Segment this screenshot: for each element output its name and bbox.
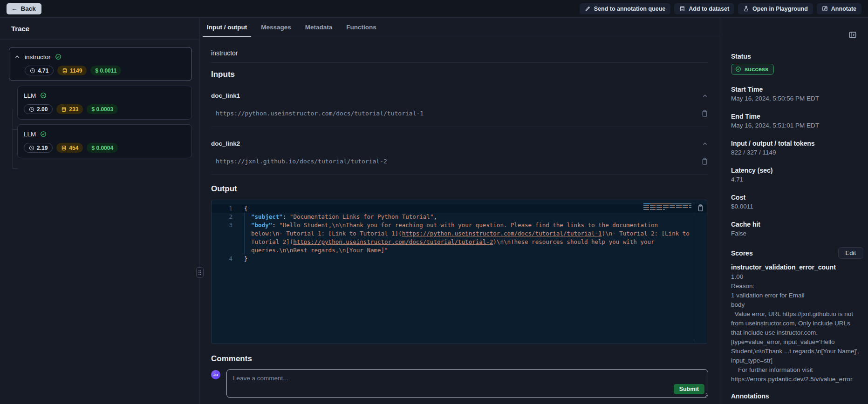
- status-group: Status success: [731, 52, 863, 75]
- code-token: "Documentation Links for Python Tutorial…: [290, 213, 434, 220]
- collapse-panel-icon[interactable]: [848, 31, 857, 39]
- field-value: 822 / 327 / 1149: [731, 148, 863, 157]
- tab-functions[interactable]: Functions: [342, 18, 381, 37]
- code-token: "body": [244, 222, 272, 229]
- code-line: 3 "body": "Hello Student,\n\nThank you f…: [212, 221, 707, 255]
- back-button-label: Back: [21, 5, 36, 12]
- status-label: Status: [731, 52, 863, 61]
- send-to-annotation-queue-label: Send to annotation queue: [594, 6, 665, 12]
- copy-icon[interactable]: [701, 157, 708, 165]
- trace-node-instructor[interactable]: instructor 4.71 1149: [9, 47, 192, 81]
- clock-icon: [29, 145, 34, 151]
- tokens-badge: 454: [56, 143, 83, 153]
- annotate-icon: [822, 6, 828, 12]
- detail-field: Cost $0.0011: [731, 193, 863, 211]
- field-value: May 16, 2024, 5:51:01 PM EDT: [731, 121, 863, 130]
- cost-badge: $ 0.0004: [87, 143, 118, 153]
- field-label: Cache hit: [731, 220, 863, 229]
- tab-input-output[interactable]: Input / output: [203, 18, 251, 37]
- copy-icon[interactable]: [701, 109, 708, 117]
- latency-badge: 2.00: [24, 104, 53, 114]
- send-to-annotation-queue-button[interactable]: Send to annotation queue: [580, 3, 670, 14]
- collapse-chevron-up-icon[interactable]: [702, 93, 708, 99]
- trace-node-llm-1[interactable]: LLM 2.00 233: [17, 86, 192, 120]
- submit-comment-button[interactable]: Submit: [674, 384, 704, 394]
- success-check-icon: [40, 131, 47, 137]
- database-icon: [62, 68, 68, 74]
- code-line: 1 {: [212, 204, 707, 213]
- edit-scores-button[interactable]: Edit: [838, 247, 863, 259]
- main-content: Input / output Messages Metadata Functio…: [200, 18, 720, 404]
- latency-value: 2.19: [37, 145, 48, 151]
- trace-node-llm-2[interactable]: LLM 2.19 454: [17, 124, 192, 158]
- annotate-button[interactable]: Annotate: [817, 3, 861, 14]
- output-code-editor[interactable]: 1 { 2 "subject": "Documentation Links fo…: [211, 200, 707, 344]
- cost-value: $ 0.0011: [95, 67, 116, 74]
- database-icon: [61, 145, 67, 151]
- success-check-icon: [40, 92, 47, 99]
- code-token-url: https://python.useinstructor.com/docs/tu…: [293, 238, 493, 245]
- caret-up-icon[interactable]: [14, 54, 21, 60]
- flask-icon: [743, 6, 749, 12]
- tab-metadata[interactable]: Metadata: [301, 18, 337, 37]
- input-value: https://jxnl.github.io/docs/tutorial/tut…: [216, 158, 387, 165]
- code-token: ,: [433, 213, 437, 220]
- topbar-actions: Send to annotation queue Add to dataset …: [580, 3, 861, 14]
- tab-bar: Input / output Messages Metadata Functio…: [200, 18, 720, 37]
- trace-tree: instructor 4.71 1149: [0, 40, 199, 158]
- cost-badge: $ 0.0003: [87, 104, 118, 114]
- score-reason-label: Reason:: [731, 282, 863, 291]
- line-number: 3: [212, 221, 232, 255]
- divider: [211, 175, 708, 175]
- add-to-dataset-button[interactable]: Add to dataset: [674, 3, 734, 14]
- divider: [211, 127, 708, 127]
- field-label: Cost: [731, 193, 863, 202]
- input-doc-link1-value-row: https://python.useinstructor.com/docs/tu…: [211, 109, 708, 117]
- detail-field: End Time May 16, 2024, 5:51:01 PM EDT: [731, 112, 863, 130]
- code-minimap: [643, 203, 691, 211]
- collapse-chevron-up-icon[interactable]: [702, 141, 708, 147]
- code-token-url: https://python.useinstructor.com/docs/tu…: [402, 230, 602, 237]
- comment-input[interactable]: [227, 370, 708, 397]
- tokens-value: 454: [69, 145, 78, 151]
- field-value: $0.0011: [731, 202, 863, 211]
- input-doc-link2-label-row: doc_link2: [211, 140, 708, 147]
- line-number: 2: [212, 213, 232, 221]
- run-detail: instructor Inputs doc_link1 https://pyth…: [200, 37, 720, 404]
- database-icon: [61, 107, 67, 112]
- detail-field: Input / output / total tokens 822 / 327 …: [731, 139, 863, 157]
- clock-icon: [30, 68, 35, 74]
- annotations-heading: Annotations: [731, 392, 863, 400]
- code-token: "subject": [244, 213, 283, 220]
- field-value: 4.71: [731, 175, 863, 184]
- tokens-badge: 233: [56, 104, 83, 114]
- detail-field: Latency (sec) 4.71: [731, 166, 863, 184]
- copy-icon[interactable]: [697, 204, 704, 212]
- back-button[interactable]: ← Back: [7, 3, 41, 14]
- code-line: 2 "subject": "Documentation Links for Py…: [212, 213, 707, 221]
- field-label: End Time: [731, 112, 863, 121]
- latency-badge: 4.71: [25, 66, 54, 75]
- resize-handle[interactable]: [703, 393, 707, 397]
- scores-header: Scores Edit: [731, 247, 863, 259]
- arrow-left-icon: ←: [11, 5, 18, 12]
- run-title: instructor: [211, 49, 708, 57]
- field-label: Input / output / total tokens: [731, 139, 863, 148]
- open-in-playground-button[interactable]: Open in Playground: [738, 3, 813, 14]
- input-name: doc_link2: [211, 140, 240, 147]
- code-token: }: [244, 255, 248, 262]
- success-check-icon: [735, 66, 741, 72]
- field-label: Start Time: [731, 85, 863, 94]
- code-scrollbar[interactable]: [694, 202, 694, 342]
- line-number: 1: [212, 204, 232, 213]
- trace-panel-title: Trace: [0, 18, 199, 40]
- latency-value: 2.00: [37, 106, 48, 113]
- trace-panel: Trace instructor 4.71: [0, 18, 200, 404]
- comment-box: Submit: [226, 369, 708, 398]
- tab-messages[interactable]: Messages: [257, 18, 295, 37]
- cost-value: $ 0.0004: [91, 145, 113, 151]
- input-doc-link2-value-row: https://jxnl.github.io/docs/tutorial/tut…: [211, 157, 708, 165]
- trace-node-label: LLM: [24, 131, 36, 138]
- user-avatar: JB: [211, 370, 220, 379]
- panel-resize-handle[interactable]: [196, 267, 204, 278]
